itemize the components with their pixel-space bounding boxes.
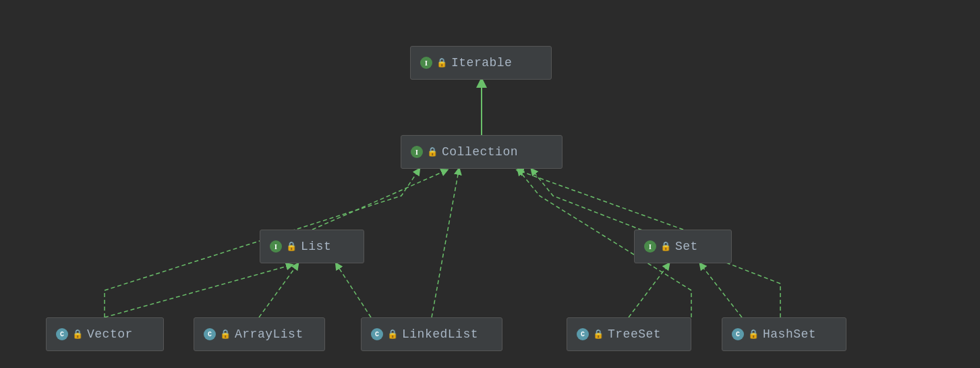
lock-icon-vector: 🔒 [72, 329, 83, 340]
lock-icon-linkedlist: 🔒 [387, 329, 398, 340]
node-label-vector: Vector [87, 327, 133, 341]
interface-icon-collection: I [411, 146, 423, 158]
class-icon-hashset: C [732, 328, 744, 340]
node-label-hashset: HashSet [763, 327, 816, 341]
node-list[interactable]: I 🔒 List [260, 230, 364, 263]
interface-icon-iterable: I [420, 57, 432, 69]
node-collection[interactable]: I 🔒 Collection [401, 135, 563, 169]
class-icon-treeset: C [577, 328, 589, 340]
svg-line-7 [337, 265, 371, 317]
svg-line-8 [629, 265, 668, 317]
node-hashset[interactable]: C 🔒 HashSet [722, 317, 846, 351]
svg-line-6 [259, 265, 297, 317]
lock-icon-iterable: 🔒 [436, 57, 447, 68]
class-icon-arraylist: C [204, 328, 216, 340]
svg-line-5 [105, 265, 290, 317]
interface-icon-set: I [644, 240, 656, 253]
node-iterable[interactable]: I 🔒 Iterable [410, 46, 552, 80]
node-label-list: List [301, 240, 331, 253]
diagram-container: I 🔒 Iterable I 🔒 Collection I 🔒 List I 🔒… [0, 0, 980, 368]
node-label-collection: Collection [442, 145, 518, 159]
node-linkedlist[interactable]: C 🔒 LinkedList [361, 317, 502, 351]
node-arraylist[interactable]: C 🔒 ArrayList [194, 317, 325, 351]
lock-icon-list: 🔒 [286, 241, 297, 252]
lock-icon-set: 🔒 [660, 241, 671, 252]
svg-line-9 [701, 265, 742, 317]
node-set[interactable]: I 🔒 Set [634, 230, 732, 263]
node-label-linkedlist: LinkedList [402, 327, 478, 341]
node-label-set: Set [675, 240, 698, 253]
node-vector[interactable]: C 🔒 Vector [46, 317, 164, 351]
class-icon-linkedlist: C [371, 328, 383, 340]
svg-line-2 [312, 171, 445, 230]
svg-line-3 [519, 171, 683, 230]
lock-icon-treeset: 🔒 [593, 329, 604, 340]
node-label-iterable: Iterable [451, 56, 512, 70]
class-icon-vector: C [56, 328, 68, 340]
lock-icon-arraylist: 🔒 [220, 329, 231, 340]
node-label-treeset: TreeSet [608, 327, 661, 341]
svg-line-4 [432, 171, 459, 317]
lock-icon-collection: 🔒 [427, 147, 438, 157]
interface-icon-list: I [270, 240, 282, 253]
node-treeset[interactable]: C 🔒 TreeSet [567, 317, 691, 351]
lock-icon-hashset: 🔒 [748, 329, 759, 340]
node-label-arraylist: ArrayList [235, 327, 304, 341]
